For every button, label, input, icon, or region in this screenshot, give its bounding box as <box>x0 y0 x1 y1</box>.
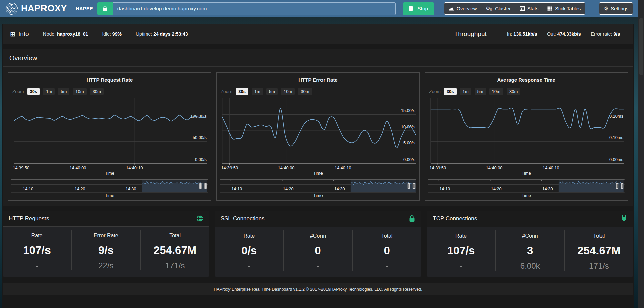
line-chart[interactable]: 14:39:5014:40:0014:40:100.00/s5.00/s10.0… <box>220 98 417 176</box>
range-selector[interactable]: 14:1014:2014:30Time <box>220 177 417 198</box>
card-title: HTTP Requests <box>9 215 49 222</box>
url-input[interactable] <box>113 2 396 15</box>
range-slider-handle <box>408 183 410 189</box>
line-chart[interactable]: 14:39:5014:40:0014:40:100.00/s50.00/s100… <box>11 98 208 176</box>
zoom-option-10m[interactable]: 10m <box>489 88 503 95</box>
stat-label: Rate <box>215 233 283 239</box>
card-ssl-connections: SSL Connections Rate 0/s - #Conn 0 - <box>215 211 422 277</box>
zoom-option-30s[interactable]: 30s <box>236 88 248 95</box>
chart-panel-average-response-time: Average Response Time Zoom 30s 1m 5m 10m… <box>425 72 628 201</box>
range-slider-handle <box>616 183 618 189</box>
zoom-option-5m[interactable]: 5m <box>266 88 278 95</box>
nav-button-label: Stick Tables <box>555 6 581 11</box>
stat-label: Error Rate <box>72 233 140 239</box>
svg-text:5.00/s: 5.00/s <box>403 140 415 145</box>
info-title[interactable]: ⊞ Info <box>10 30 29 38</box>
stat-total: Total 0 - <box>352 230 421 271</box>
haproxy-logo-icon <box>5 2 18 15</box>
expand-plus-icon[interactable]: ⊞ <box>10 30 15 38</box>
gear-icon: ⚙ <box>604 6 608 11</box>
range-slider-handle <box>413 183 415 189</box>
nav-button-overview[interactable]: Overview <box>444 2 481 15</box>
svg-text:0.00ms: 0.00ms <box>609 157 623 162</box>
svg-text:Time: Time <box>105 171 114 176</box>
zoom-option-30s[interactable]: 30s <box>27 88 40 95</box>
svg-text:Time: Time <box>313 193 323 198</box>
stat-label: #Conn <box>496 233 564 239</box>
nav-button-cluster[interactable]: ⚙⚙ Cluster <box>481 2 515 15</box>
zoom-option-1m[interactable]: 1m <box>252 88 263 95</box>
stat-label: Total <box>141 233 209 239</box>
stat-sub: - <box>3 261 71 270</box>
svg-text:14:40:10: 14:40:10 <box>126 165 143 170</box>
svg-text:14:39:50: 14:39:50 <box>221 165 238 170</box>
zoom-option-5m[interactable]: 5m <box>58 88 69 95</box>
vertical-scrollbar[interactable] <box>638 0 644 308</box>
stat-value: 0 <box>353 244 421 257</box>
svg-text:14:10: 14:10 <box>440 186 450 191</box>
stat-conn: #Conn 0 - <box>283 230 352 271</box>
zoom-option-10m[interactable]: 10m <box>73 88 86 95</box>
range-selector[interactable]: 14:1014:2014:30Time <box>11 177 208 198</box>
zoom-option-30m[interactable]: 30m <box>90 88 104 95</box>
zoom-label: Zoom <box>221 89 233 94</box>
zoom-label: Zoom <box>12 89 24 94</box>
stat-value: 3 <box>496 244 564 257</box>
zoom-option-5m[interactable]: 5m <box>475 88 486 95</box>
grid-icon <box>547 6 552 11</box>
chart-title: HTTP Error Rate <box>220 77 417 83</box>
svg-text:50.00/s: 50.00/s <box>193 135 207 140</box>
url-lock-button[interactable] <box>97 2 113 15</box>
svg-text:14:40:00: 14:40:00 <box>70 165 86 170</box>
stat-sub: 6.00k <box>496 261 564 271</box>
summary-cards-row: HTTP Requests Rate 107/s - <box>3 211 633 277</box>
svg-text:0.00/s: 0.00/s <box>403 157 415 162</box>
idle-value: 99% <box>112 31 122 37</box>
nav-button-stick-tables[interactable]: Stick Tables <box>543 2 585 15</box>
svg-text:14:20: 14:20 <box>283 186 294 191</box>
scrollbar-thumb[interactable] <box>639 18 643 75</box>
zoom-option-1m[interactable]: 1m <box>460 88 471 95</box>
settings-button[interactable]: ⚙ Settings <box>599 2 633 15</box>
zoom-option-30m[interactable]: 30m <box>507 88 520 95</box>
stat-total: Total 254.67M 171/s <box>564 230 633 271</box>
throughput-title: Throughput <box>454 30 487 38</box>
error-rate: Error rate:9/s <box>591 31 620 37</box>
svg-text:15.00/s: 15.00/s <box>401 108 415 113</box>
zoom-option-30s[interactable]: 30s <box>444 88 457 95</box>
nav-button-stats[interactable]: Stats <box>515 2 543 15</box>
stat-value: 0 <box>284 244 352 257</box>
stat-value: 254.67M <box>565 244 633 257</box>
card-title: SSL Connections <box>221 215 265 222</box>
svg-text:14:10: 14:10 <box>231 186 242 191</box>
stat-rate: Rate 107/s - <box>3 230 71 270</box>
info-title-label: Info <box>18 30 29 38</box>
zoom-option-30m[interactable]: 30m <box>298 88 312 95</box>
range-slider-handle <box>199 183 202 189</box>
lock-icon <box>409 215 415 222</box>
stat-total: Total 254.67M 171/s <box>140 230 209 270</box>
node-value: haproxy18_01 <box>57 31 88 37</box>
range-selector[interactable]: 14:1014:2014:30Time <box>428 177 625 198</box>
section-heading: Overview <box>3 49 633 67</box>
zoom-option-10m[interactable]: 10m <box>281 88 295 95</box>
card-body: Rate 107/s - Error Rate 9/s 22/s Total 2… <box>3 227 209 276</box>
charts-row: HTTP Request Rate Zoom 30s 1m 5m 10m 30m… <box>3 67 633 201</box>
globe-icon <box>196 215 203 222</box>
error-rate-value: 9/s <box>614 31 620 37</box>
haproxy-brand: HAPROXY <box>5 2 67 15</box>
in-value: 136.51kb/s <box>513 31 537 37</box>
stat-value: 254.67M <box>141 244 209 257</box>
zoom-option-1m[interactable]: 1m <box>43 88 55 95</box>
stat-value: 107/s <box>427 244 495 257</box>
svg-text:14:40:00: 14:40:00 <box>278 165 294 170</box>
stat-value: 0/s <box>215 244 283 257</box>
chart-panel-http-request-rate: HTTP Request Rate Zoom 30s 1m 5m 10m 30m… <box>8 72 211 201</box>
svg-text:14:30: 14:30 <box>542 186 553 191</box>
settings-label: Settings <box>611 6 628 11</box>
top-navbar: HAPROXY HAPEE: Stop Overview ⚙⚙ Cluster <box>0 0 638 17</box>
lock-icon <box>102 5 108 12</box>
stop-button[interactable]: Stop <box>403 2 434 15</box>
line-chart[interactable]: 14:39:5014:40:0014:40:100.00ms0.10ms0.20… <box>428 98 625 176</box>
throughput-in: In:136.51kb/s <box>507 31 537 37</box>
